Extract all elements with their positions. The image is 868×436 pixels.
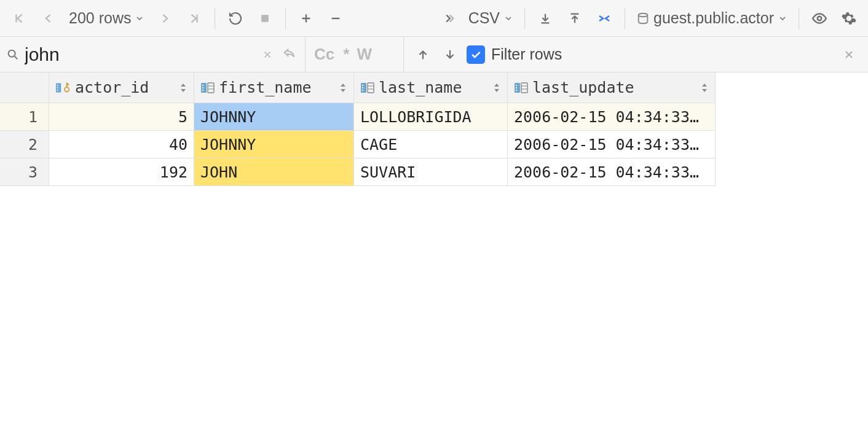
- svg-point-2: [818, 16, 822, 20]
- row-number[interactable]: 3: [0, 158, 49, 186]
- prev-match-button[interactable]: [412, 42, 433, 68]
- cell-last-update[interactable]: 2006-02-15 04:34:33…: [508, 103, 716, 131]
- sort-icon: [179, 82, 187, 93]
- cell-first-name[interactable]: JOHNNY: [194, 103, 354, 131]
- column-name: actor_id: [75, 79, 149, 96]
- svg-rect-4: [56, 83, 61, 92]
- svg-rect-7: [57, 89, 58, 90]
- column-icon: [200, 81, 215, 95]
- key-column-icon: [55, 81, 71, 95]
- chevron-down-icon: [778, 14, 787, 23]
- cell-first-name[interactable]: JOHNNY: [194, 131, 354, 158]
- clear-search-button[interactable]: [258, 42, 277, 68]
- column-icon: [360, 81, 375, 95]
- search-input-group: [0, 37, 306, 72]
- chevron-down-icon: [135, 14, 144, 23]
- svg-rect-10: [202, 85, 203, 86]
- svg-rect-24: [516, 85, 517, 86]
- more-actions-button[interactable]: [435, 6, 461, 31]
- sort-icon: [700, 82, 709, 93]
- row-number[interactable]: 2: [0, 131, 49, 158]
- toolbar-separator: [524, 8, 525, 29]
- column-name: first_name: [219, 79, 312, 96]
- filter-rows-checkbox[interactable]: [467, 45, 485, 64]
- svg-rect-26: [516, 90, 517, 91]
- view-button[interactable]: [807, 6, 832, 31]
- next-page-button[interactable]: [152, 6, 178, 31]
- match-case-toggle[interactable]: Cc: [314, 45, 334, 64]
- svg-point-8: [65, 87, 69, 91]
- svg-rect-23: [515, 83, 520, 93]
- database-icon: [636, 12, 650, 25]
- search-input[interactable]: [25, 37, 258, 72]
- svg-rect-9: [201, 83, 207, 93]
- close-search-button[interactable]: [838, 42, 859, 68]
- column-header-last-name[interactable]: last_name: [354, 72, 508, 103]
- svg-rect-5: [57, 85, 58, 86]
- search-icon: [6, 48, 20, 61]
- sort-icon: [339, 82, 347, 93]
- cell-last-name[interactable]: SUVARI: [354, 158, 508, 186]
- reload-button[interactable]: [223, 6, 248, 31]
- cell-actor-id[interactable]: 40: [49, 131, 194, 158]
- cell-first-name[interactable]: JOHN: [194, 158, 354, 186]
- svg-rect-16: [361, 83, 366, 93]
- cell-last-name[interactable]: CAGE: [354, 131, 508, 158]
- cell-actor-id[interactable]: 192: [49, 158, 194, 186]
- stop-button[interactable]: [252, 6, 278, 31]
- search-bar: Cc * W Filter rows: [0, 37, 868, 72]
- toolbar-separator: [799, 8, 799, 29]
- search-options: Cc * W: [306, 37, 404, 72]
- chevron-down-icon: [503, 14, 513, 23]
- column-name: last_update: [532, 79, 634, 96]
- sort-icon: [492, 82, 501, 93]
- last-page-button[interactable]: [181, 6, 207, 31]
- upload-button[interactable]: [562, 6, 588, 31]
- compare-button[interactable]: [591, 6, 617, 31]
- export-format-dropdown[interactable]: CSV: [465, 9, 517, 27]
- filter-rows-label: Filter rows: [491, 45, 562, 63]
- add-row-button[interactable]: [293, 6, 319, 31]
- cell-last-update[interactable]: 2006-02-15 04:34:33…: [508, 131, 716, 158]
- column-icon: [514, 81, 529, 95]
- cell-actor-id[interactable]: 5: [49, 103, 194, 131]
- row-count-dropdown[interactable]: 200 rows: [65, 9, 148, 27]
- next-match-button[interactable]: [440, 42, 460, 68]
- svg-rect-25: [516, 87, 517, 88]
- svg-rect-13: [208, 83, 214, 93]
- breadcrumb-label: guest.public.actor: [653, 9, 774, 27]
- cell-last-name[interactable]: LOLLOBRIGIDA: [354, 103, 508, 131]
- search-history-button[interactable]: [279, 42, 300, 68]
- row-count-label: 200 rows: [69, 9, 131, 27]
- svg-rect-27: [521, 83, 527, 93]
- svg-point-3: [9, 50, 15, 56]
- export-format-label: CSV: [468, 9, 500, 27]
- breadcrumb-dropdown[interactable]: guest.public.actor: [633, 9, 791, 27]
- svg-rect-11: [202, 87, 203, 88]
- svg-point-1: [639, 13, 648, 17]
- whole-word-toggle[interactable]: W: [357, 45, 372, 64]
- data-grid: actor_id first_name last_name: [0, 72, 868, 186]
- column-header-actor-id[interactable]: actor_id: [49, 72, 194, 103]
- first-page-button[interactable]: [6, 6, 32, 31]
- svg-rect-17: [362, 85, 363, 86]
- regex-toggle[interactable]: *: [343, 45, 348, 64]
- main-toolbar: 200 rows CSV: [0, 0, 868, 37]
- settings-button[interactable]: [836, 6, 862, 31]
- column-name: last_name: [379, 79, 462, 96]
- prev-page-button[interactable]: [36, 6, 61, 31]
- toolbar-separator: [215, 8, 215, 29]
- column-header-first-name[interactable]: first_name: [194, 72, 354, 103]
- toolbar-separator: [285, 8, 286, 29]
- download-button[interactable]: [532, 6, 558, 31]
- svg-rect-18: [362, 87, 363, 88]
- svg-rect-6: [57, 87, 58, 88]
- filter-controls: Filter rows: [404, 37, 868, 72]
- row-number[interactable]: 1: [0, 103, 49, 131]
- row-number-header[interactable]: [0, 72, 49, 103]
- toolbar-separator: [625, 8, 625, 29]
- svg-rect-20: [368, 83, 374, 93]
- cell-last-update[interactable]: 2006-02-15 04:34:33…: [508, 158, 716, 186]
- remove-row-button[interactable]: [323, 6, 349, 31]
- column-header-last-update[interactable]: last_update: [508, 72, 716, 103]
